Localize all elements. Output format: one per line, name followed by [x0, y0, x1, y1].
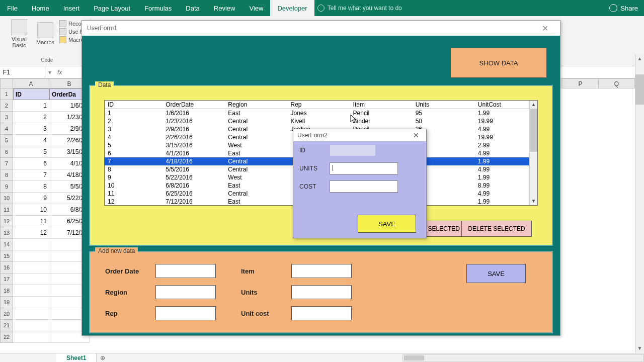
col-header-a[interactable]: A: [13, 78, 49, 88]
listbox-row[interactable]: 11/6/2016EastJonesPencil951.99: [105, 109, 537, 118]
cell[interactable]: [13, 285, 49, 297]
row-header[interactable]: 20: [0, 308, 13, 320]
order-date-input[interactable]: [155, 264, 216, 278]
cell[interactable]: 2: [13, 112, 49, 123]
row-header[interactable]: 3: [0, 112, 13, 123]
tab-formulas[interactable]: Formulas: [137, 0, 179, 16]
cell[interactable]: 1: [13, 100, 49, 112]
tab-data[interactable]: Data: [179, 0, 206, 16]
worksheet-vscroll[interactable]: ▲ ▼: [635, 54, 644, 353]
vscroll-thumb[interactable]: [635, 74, 644, 105]
add-new-data-groupbox: Add new data Order Date Region Rep Item …: [89, 251, 553, 333]
listbox-scroll-up-icon[interactable]: ▲: [530, 101, 537, 109]
userform2-close-button[interactable]: ✕: [410, 131, 422, 139]
row-header[interactable]: 17: [0, 274, 13, 285]
tab-review[interactable]: Review: [207, 0, 243, 16]
listbox-row[interactable]: 21/23/2016CentralKivellBinder5019.99: [105, 117, 537, 125]
cell[interactable]: [13, 239, 49, 250]
userform1-titlebar[interactable]: UserForm1 ✕: [82, 21, 560, 36]
row-header[interactable]: 8: [0, 169, 13, 181]
cell[interactable]: 5: [13, 146, 49, 158]
cell[interactable]: [13, 331, 49, 343]
uf2-save-button[interactable]: SAVE: [358, 215, 416, 233]
uf2-units-input[interactable]: [330, 162, 398, 174]
row-header[interactable]: 15: [0, 250, 13, 262]
row-header[interactable]: 5: [0, 135, 13, 146]
name-box[interactable]: F1: [0, 66, 45, 78]
cell-header-id[interactable]: ID: [13, 88, 49, 100]
hscroll-thumb[interactable]: [404, 355, 424, 360]
tell-me-search[interactable]: Tell me what you want to do: [317, 5, 402, 12]
cell[interactable]: 8: [13, 181, 49, 193]
userform2-titlebar[interactable]: UserForm2 ✕: [293, 129, 426, 141]
tab-home[interactable]: Home: [25, 0, 56, 16]
tab-page-layout[interactable]: Page Layout: [87, 0, 137, 16]
worksheet-hscroll[interactable]: [403, 354, 644, 361]
row-header[interactable]: 9: [0, 181, 13, 193]
cell[interactable]: [13, 297, 49, 308]
cell[interactable]: 12: [13, 227, 49, 239]
cell[interactable]: [13, 308, 49, 320]
sheet-tab-sheet1[interactable]: Sheet1: [56, 353, 97, 362]
vb-label: Visual Basic: [9, 36, 29, 48]
listbox-scrollbar[interactable]: ▲ ▼: [529, 101, 537, 205]
row-header[interactable]: 6: [0, 146, 13, 158]
cell[interactable]: [13, 274, 49, 285]
cell[interactable]: 6: [13, 158, 49, 169]
tab-insert[interactable]: Insert: [56, 0, 87, 16]
cell[interactable]: [13, 320, 49, 331]
units-input[interactable]: [291, 285, 352, 299]
macros-button[interactable]: Macros: [34, 18, 56, 49]
group-code-label: Code: [41, 57, 53, 64]
scroll-down-icon[interactable]: ▼: [635, 344, 644, 353]
cell[interactable]: 11: [13, 216, 49, 227]
cell[interactable]: 7: [13, 169, 49, 181]
select-all-corner[interactable]: [0, 78, 13, 88]
row-header[interactable]: 2: [0, 100, 13, 112]
row-header[interactable]: 16: [0, 262, 13, 274]
scroll-up-icon[interactable]: ▲: [635, 54, 644, 63]
cell[interactable]: 9: [13, 193, 49, 204]
col-header-p[interactable]: P: [562, 78, 599, 88]
listbox-scroll-thumb[interactable]: [530, 109, 537, 152]
row-header[interactable]: 11: [0, 204, 13, 216]
item-input[interactable]: [291, 264, 352, 278]
share-button[interactable]: Share: [603, 4, 644, 12]
show-data-button[interactable]: SHOW DATA: [450, 48, 547, 78]
cell[interactable]: [13, 250, 49, 262]
row-header[interactable]: 7: [0, 158, 13, 169]
tab-file[interactable]: File: [0, 0, 25, 16]
userform1-close-button[interactable]: ✕: [535, 21, 555, 36]
row-header[interactable]: 12: [0, 216, 13, 227]
cell[interactable]: 10: [13, 204, 49, 216]
delete-selected-button[interactable]: DELETE SELECTED: [461, 221, 532, 237]
cell[interactable]: 3: [13, 123, 49, 135]
listbox-scroll-down-icon[interactable]: ▼: [530, 197, 537, 205]
row-header[interactable]: 19: [0, 297, 13, 308]
tab-view[interactable]: View: [242, 0, 270, 16]
uf2-cost-label: COST: [299, 183, 330, 190]
row-header[interactable]: 21: [0, 320, 13, 331]
tell-me-label: Tell me what you want to do: [328, 5, 402, 12]
row-header[interactable]: 22: [0, 331, 13, 343]
tab-developer[interactable]: Developer: [270, 0, 314, 16]
rep-input[interactable]: [155, 306, 216, 320]
cell[interactable]: 4: [13, 135, 49, 146]
row-header[interactable]: 18: [0, 285, 13, 297]
row-header[interactable]: 13: [0, 227, 13, 239]
unit-cost-input[interactable]: [291, 306, 352, 320]
row-header[interactable]: 4: [0, 123, 13, 135]
add-sheet-button[interactable]: ⊕: [97, 354, 109, 361]
region-input[interactable]: [155, 285, 216, 299]
namebox-dropdown-icon[interactable]: ▾: [45, 69, 54, 76]
visual-basic-button[interactable]: Visual Basic: [7, 18, 31, 49]
cell[interactable]: [13, 262, 49, 274]
row-header[interactable]: 14: [0, 239, 13, 250]
userform2-title: UserForm2: [297, 132, 328, 139]
add-save-button[interactable]: SAVE: [466, 264, 526, 283]
row-header[interactable]: 10: [0, 193, 13, 204]
uf2-cost-input[interactable]: [330, 180, 398, 193]
col-header-q[interactable]: Q: [599, 78, 635, 88]
row-header[interactable]: 1: [0, 88, 13, 100]
fx-icon[interactable]: fx: [54, 69, 65, 76]
